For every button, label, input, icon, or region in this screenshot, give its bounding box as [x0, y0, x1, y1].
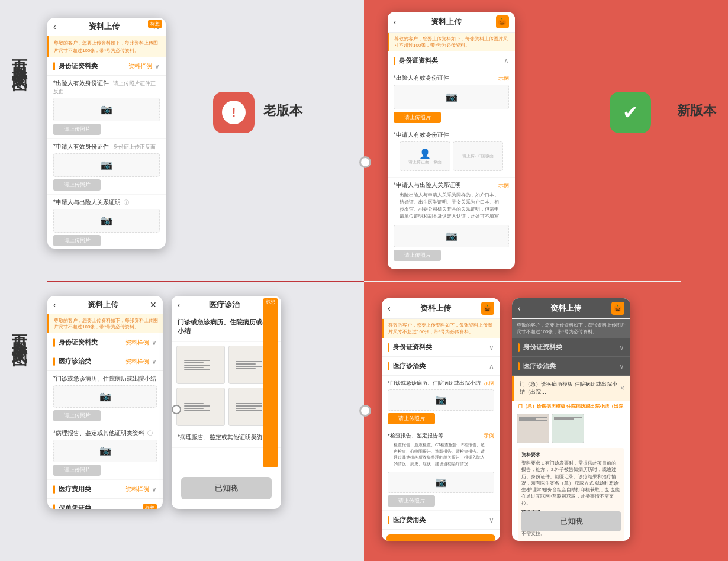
field-other-docs: *病理报告、鉴定或其他证明类资料 ⓘ 📷 请上传照片 — [47, 425, 163, 480]
upload-box-med-nb1[interactable]: 📷 — [388, 389, 494, 411]
tag-badge-ins: 标想 — [143, 504, 157, 509]
phone-old-bottom-left: ‹ 资料上传 ✕ 尊敬的客户，您要上传资料如下，每张资料上传图片尺寸不超过100… — [47, 296, 163, 509]
relationship-label: *申请人与出险人关系证明 ⓘ — [53, 198, 160, 207]
section-id-nb2[interactable]: 身份证资料类 ∨ — [512, 338, 630, 357]
section-id-nb1[interactable]: 身份证资料类 ∨ — [382, 338, 500, 357]
upload-btn-1[interactable]: 请上传照片 — [53, 124, 101, 135]
show-example-insured[interactable]: 示例 — [498, 75, 509, 82]
upload-box-inspect-nb1[interactable]: 📷 — [388, 472, 494, 493]
phone-header-nb2: ‹ 资料上传 🎃 — [512, 298, 630, 319]
field-insured-id: *出险人有效身份证件 请上传照片证件正反面 📷 请上传照片 — [47, 76, 166, 139]
section-medical-nb2[interactable]: 医疗诊治类 ∨ — [512, 357, 630, 376]
section-cost[interactable]: 医疗费用类 资料样例 ∨ — [47, 480, 163, 499]
inspection-label-nb1: *检查报告、鉴定报告等 — [388, 432, 443, 440]
bar-nb2-id — [518, 343, 520, 352]
upload-btn-nb1-2[interactable]: 请上传照片 — [388, 495, 435, 507]
insured-id-label: *出险人有效身份证件 请上传照片证件正反面 — [53, 79, 160, 95]
section-cost-nb1[interactable]: 医疗费用类 ∨ — [382, 511, 500, 530]
back-icon-nb1[interactable]: ‹ — [388, 304, 391, 313]
back-icon-3[interactable]: ‹ — [178, 300, 181, 309]
arrow-icon-1: ∨ — [154, 62, 160, 70]
sample-link-1[interactable]: 资料样例 — [128, 62, 152, 70]
camera-icon-1: 📷 — [101, 104, 112, 115]
section-insurance[interactable]: 保单凭证类 标想 — [47, 499, 163, 509]
field-applicant-new: *申请人有效身份证件 👤 请上传正面←像面 请上传←□国徽面 — [388, 127, 515, 178]
upload-btn-rel-new[interactable]: 请上传照片 — [394, 250, 441, 261]
phone-old-top: ‹ 资料上传 ✕ 尊敬的客户，您要上传资料如下，每张资料上传图片尺寸不超过100… — [47, 18, 166, 249]
upload-box-other[interactable]: 📷 — [53, 440, 157, 462]
section-id-label-new: 身份证资料类 — [399, 56, 501, 65]
section-id[interactable]: 身份证资料类 资料样例 ∨ — [47, 57, 166, 76]
upload-box-rel-new[interactable]: 📷 — [394, 225, 509, 247]
section-medical-2[interactable]: 医疗诊治类 资料样例 ∨ — [47, 352, 163, 371]
req-content: 资料要求 1.有门诊发票时，需提供此项目前的报告，处方； 2.外子被告知病历历时… — [521, 460, 621, 507]
section-id-new[interactable]: 身份证资料类 ∧ — [388, 51, 515, 70]
arrow-2b: ∨ — [152, 357, 157, 366]
upload-btn-5[interactable]: 请上传照片 — [53, 465, 101, 476]
right-divider — [364, 280, 681, 282]
old-version-label: 老版本 — [263, 102, 302, 120]
upload-btn-new-1[interactable]: 请上传照片 — [394, 112, 441, 123]
upload-box-relationship[interactable]: 📷 — [53, 209, 160, 233]
back-icon-2[interactable]: ‹ — [53, 300, 56, 309]
phone-title-nb1: 资料上传 — [420, 303, 451, 314]
med-rec-selected: 门（急）诊疾病历模板 住院病历或出院小结（出院… — [520, 381, 620, 396]
section-id-label-2: 身份证资料类 — [59, 338, 125, 347]
field-med-rec-nb2[interactable]: 门（急）诊疾病历模板 住院病历或出院小结（出院… × — [512, 376, 630, 401]
camera-icon-2: 📷 — [101, 159, 112, 170]
upload-btn-4[interactable]: 请上传照片 — [53, 410, 101, 421]
upload-btn-2[interactable]: 请上传照片 — [53, 179, 101, 191]
section-bar — [53, 62, 55, 70]
field-relationship: *申请人与出险人关系证明 ⓘ 📷 请上传照片 标想 — [47, 195, 166, 249]
close-icon-2[interactable]: ✕ — [150, 300, 157, 309]
phone-new-bottom-left: ‹ 资料上传 🎃 尊敬的客户，您要上传资料如下，每张资料上传图片尺寸不超过100… — [382, 298, 500, 541]
section-id-2[interactable]: 身份证资料类 资料样例 ∨ — [47, 333, 163, 352]
bar-2b — [53, 357, 55, 366]
section-medical-nb1[interactable]: 医疗诊治类 ∧ — [382, 357, 500, 376]
show-example-med[interactable]: 示例 — [484, 379, 494, 387]
phone-header-new: ‹ 资料上传 🎃 — [388, 12, 515, 33]
section-label-id: 身份证资料类 — [59, 62, 128, 70]
upload-btn-3[interactable]: 请上传照片 — [53, 235, 101, 246]
bar-nb2-med — [518, 362, 520, 370]
sample-2a[interactable]: 资料样例 — [125, 338, 149, 347]
confirm-btn-1[interactable]: 已知晓 — [181, 477, 272, 499]
upload-cell-front[interactable]: 👤 请上传正面←像面 — [400, 141, 450, 171]
upload-box-insured-id[interactable]: 📷 — [53, 98, 160, 121]
conn-dot-right-bottom — [359, 405, 371, 417]
phone-title-new: 资料上传 — [431, 17, 462, 27]
bar-new-id — [394, 57, 395, 65]
camera-icon-new-1: 📷 — [446, 91, 458, 102]
upload-box-medical[interactable]: 📷 — [53, 385, 157, 408]
doc-img-3 — [176, 388, 225, 426]
sample-cost[interactable]: 资料样例 — [125, 485, 149, 494]
back-icon[interactable]: ‹ — [53, 22, 56, 31]
bar-nb1-cost — [388, 516, 389, 524]
show-example-inspect[interactable]: 示例 — [484, 432, 494, 440]
section-id-label-nb2: 身份证资料类 — [523, 343, 617, 352]
front-label: 请上传正面←像面 — [408, 159, 442, 165]
show-example-rel[interactable]: 示例 — [498, 182, 509, 189]
camera-icon-new-2: 📷 — [446, 230, 458, 241]
upload-cell-back[interactable]: 请上传←□国徽面 — [453, 141, 504, 171]
section-medical-label-2: 医疗诊治类 — [59, 357, 125, 366]
back-icon-new[interactable]: ‹ — [394, 17, 397, 27]
bar-nb1-id — [388, 343, 389, 352]
upload-btn-nb1[interactable]: 请上传照片 — [388, 413, 435, 424]
arrow-nb2-id: ∨ — [619, 343, 624, 352]
upload-box-insured-new[interactable]: 📷 — [394, 85, 509, 109]
next-btn-nb1[interactable]: 下一步 — [386, 534, 495, 541]
camera-icon-nb1-2: 📷 — [435, 476, 447, 488]
sample-2b[interactable]: 资料样例 — [125, 357, 149, 366]
camera-icon-4: 📷 — [99, 391, 111, 402]
phone-title-3: 医疗诊治 — [209, 299, 240, 310]
left-divider — [47, 280, 364, 282]
bar-insurance — [53, 504, 55, 509]
upload-box-applicant-id[interactable]: 📷 — [53, 153, 160, 177]
close-row-icon[interactable]: × — [620, 384, 624, 392]
bar-2a — [53, 338, 55, 347]
back-icon-nb2[interactable]: ‹ — [518, 304, 521, 313]
phone-title-1: 资料上传 — [89, 21, 120, 32]
confirm-btn-nb2[interactable]: 已知晓 — [521, 511, 621, 531]
old-version-icon: ! — [213, 92, 255, 133]
